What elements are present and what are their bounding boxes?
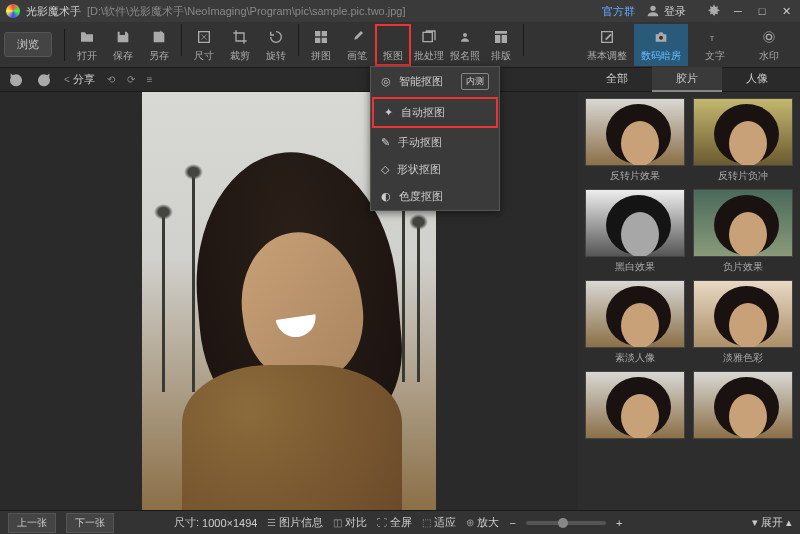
effect-label: 黑白效果	[615, 260, 655, 274]
history-list[interactable]: ≡	[147, 74, 153, 85]
effect-label: 素淡人像	[615, 351, 655, 365]
panel-tab-edit[interactable]: 基本调整	[580, 24, 634, 66]
folder-icon	[77, 27, 97, 47]
panel-tab-watermark[interactable]: 水印	[742, 24, 796, 66]
next-image-button[interactable]: 下一张	[66, 513, 114, 533]
tool-layout[interactable]: 排版	[483, 24, 519, 66]
effect-thumb	[585, 371, 685, 439]
svg-point-5	[764, 31, 775, 42]
cutout-dropdown: ◎智能抠图内测✦自动抠图✎手动抠图◇形状抠图◐色度抠图	[370, 66, 500, 211]
resize-icon	[194, 27, 214, 47]
effect-thumb	[585, 98, 685, 166]
effect-item-1[interactable]: 反转片负冲	[692, 98, 794, 183]
panel-tab-text[interactable]: T文字	[688, 24, 742, 66]
undo-icon	[8, 72, 24, 88]
dropdown-item-0[interactable]: ◎智能抠图内测	[371, 67, 499, 96]
zoom-out-icon[interactable]: −	[509, 517, 515, 529]
official-group-link[interactable]: 官方群	[602, 4, 635, 19]
watermark-icon	[759, 27, 779, 47]
effect-item-2[interactable]: 黑白效果	[584, 189, 686, 274]
effects-panel: 反转片效果反转片负冲黑白效果负片效果素淡人像淡雅色彩	[578, 92, 800, 510]
brush-icon	[347, 27, 367, 47]
effect-thumb	[693, 189, 793, 257]
history-fwd[interactable]: ⟳	[127, 74, 135, 85]
dropdown-item-1[interactable]: ✦自动抠图	[372, 97, 498, 128]
filter-tab-1[interactable]: 胶片	[652, 67, 722, 92]
effect-item-3[interactable]: 负片效果	[692, 189, 794, 274]
effect-thumb	[693, 371, 793, 439]
filter-tab-2[interactable]: 人像	[722, 67, 792, 92]
text-icon: T	[705, 27, 725, 47]
fullscreen-button[interactable]: ⛶ 全屏	[377, 515, 412, 530]
beta-badge: 内测	[461, 73, 489, 90]
effect-item-7[interactable]	[692, 371, 794, 442]
login-button[interactable]: 登录	[645, 3, 686, 19]
grid-icon	[311, 27, 331, 47]
share-button[interactable]: < 分享	[64, 72, 95, 87]
svg-point-2	[659, 35, 663, 39]
tool-crop[interactable]: 裁剪	[222, 24, 258, 66]
minimize-button[interactable]: ─	[730, 3, 746, 19]
tool-batch[interactable]: 批处理	[411, 24, 447, 66]
fit-button[interactable]: ⬚ 适应	[422, 515, 456, 530]
compare-button[interactable]: ◫ 对比	[333, 515, 367, 530]
effect-thumb	[585, 280, 685, 348]
filter-tab-0[interactable]: 全部	[582, 67, 652, 92]
dropdown-item-3[interactable]: ◇形状抠图	[371, 156, 499, 183]
tool-grid[interactable]: 拼图	[303, 24, 339, 66]
redo-button[interactable]	[36, 72, 52, 88]
dd-icon: ◎	[381, 75, 391, 88]
dropdown-item-2[interactable]: ✎手动抠图	[371, 129, 499, 156]
main-toolbar: 浏览 打开保存另存尺寸裁剪旋转拼图画笔抠图批处理报名照排版 基本调整数码暗房T文…	[0, 22, 800, 68]
redo-icon	[36, 72, 52, 88]
tool-id[interactable]: 报名照	[447, 24, 483, 66]
saveas-icon	[149, 27, 169, 47]
effect-item-6[interactable]	[584, 371, 686, 442]
image-info-button[interactable]: ☰ 图片信息	[267, 515, 323, 530]
id-icon	[455, 27, 475, 47]
browse-button[interactable]: 浏览	[4, 32, 52, 57]
tool-save[interactable]: 保存	[105, 24, 141, 66]
history-back[interactable]: ⟲	[107, 74, 115, 85]
tool-folder[interactable]: 打开	[69, 24, 105, 66]
tool-saveas[interactable]: 另存	[141, 24, 177, 66]
prev-image-button[interactable]: 上一张	[8, 513, 56, 533]
wand-icon	[383, 27, 403, 47]
effect-label: 反转片负冲	[718, 169, 768, 183]
undo-button[interactable]	[8, 72, 24, 88]
dd-icon: ◐	[381, 190, 391, 203]
zoom-slider[interactable]	[526, 521, 606, 525]
dropdown-item-4[interactable]: ◐色度抠图	[371, 183, 499, 210]
tool-resize[interactable]: 尺寸	[186, 24, 222, 66]
tool-brush[interactable]: 画笔	[339, 24, 375, 66]
dd-icon: ◇	[381, 163, 389, 176]
close-button[interactable]: ✕	[778, 3, 794, 19]
svg-point-1	[463, 33, 467, 37]
effect-label: 反转片效果	[610, 169, 660, 183]
svg-point-0	[650, 6, 655, 11]
edit-icon	[597, 27, 617, 47]
panel-tab-camera[interactable]: 数码暗房	[634, 24, 688, 66]
zoom-button[interactable]: ⊕ 放大	[466, 515, 499, 530]
effect-label: 淡雅色彩	[723, 351, 763, 365]
rotate-icon	[266, 27, 286, 47]
save-icon	[113, 27, 133, 47]
expand-button[interactable]: ▾ 展开 ▴	[752, 515, 792, 530]
effect-item-4[interactable]: 素淡人像	[584, 280, 686, 365]
effect-thumb	[693, 280, 793, 348]
zoom-in-icon[interactable]: +	[616, 517, 622, 529]
tool-wand[interactable]: 抠图	[375, 24, 411, 66]
app-title: 光影魔术手	[26, 4, 81, 19]
effect-thumb	[585, 189, 685, 257]
dd-icon: ✦	[384, 106, 393, 119]
titlebar: 光影魔术手 [D:\软件\光影魔术手\NeoImaging\Program\pi…	[0, 0, 800, 22]
maximize-button[interactable]: □	[754, 3, 770, 19]
tool-rotate[interactable]: 旋转	[258, 24, 294, 66]
camera-icon	[651, 27, 671, 47]
layout-icon	[491, 27, 511, 47]
effect-item-5[interactable]: 淡雅色彩	[692, 280, 794, 365]
svg-text:T: T	[710, 34, 715, 43]
settings-icon[interactable]	[706, 3, 722, 19]
effect-item-0[interactable]: 反转片效果	[584, 98, 686, 183]
dimensions-label: 尺寸:1000×1494	[174, 515, 257, 530]
